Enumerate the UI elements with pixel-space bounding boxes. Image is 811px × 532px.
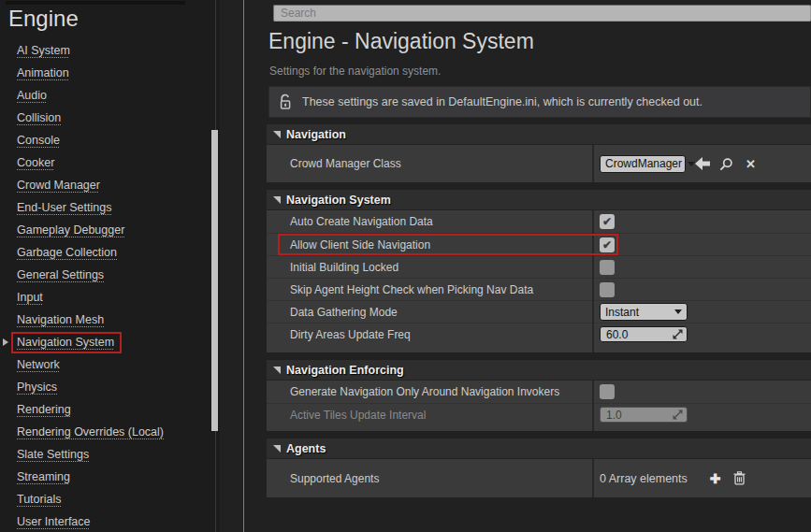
sidebar-item-label[interactable]: Cooker [17, 156, 54, 169]
property-label: Crowd Manager Class [267, 157, 592, 170]
clear-array-button[interactable] [733, 471, 746, 485]
sidebar-item-label[interactable]: Audio [17, 89, 47, 102]
section-header-agents[interactable]: Agents [267, 439, 811, 459]
sidebar-item-slate-settings[interactable]: Slate Settings [0, 443, 220, 466]
browse-asset-button[interactable] [719, 157, 733, 171]
settings-sections: Navigation Crowd Manager Class CrowdMana… [267, 124, 811, 505]
sidebar-item-ai-system[interactable]: AI System [0, 39, 220, 62]
section-header-navigation-enforcing[interactable]: Navigation Enforcing [267, 360, 811, 381]
property-label: Dirty Areas Update Freq [267, 328, 592, 341]
sidebar-item-label[interactable]: End-User Settings [17, 201, 111, 214]
collapse-arrow-icon[interactable] [273, 131, 281, 138]
sidebar-item-label[interactable]: Slate Settings [17, 448, 89, 461]
sidebar-item-collision[interactable]: Collision [0, 107, 220, 129]
sidebar-item-label[interactable]: Navigation System [17, 336, 114, 349]
sidebar-item-general-settings[interactable]: General Settings [0, 264, 220, 286]
sidebar-item-label[interactable]: Network [17, 358, 60, 371]
collapse-arrow-icon[interactable] [273, 196, 281, 204]
section-header-navigation[interactable]: Navigation [267, 124, 811, 145]
initial-building-locked-checkbox[interactable]: ✔ [600, 260, 615, 275]
property-label: Auto Create Navigation Data [267, 215, 592, 228]
collapse-arrow-icon[interactable] [273, 367, 281, 374]
generate-navigation-only-around-invokers-checkbox[interactable]: ✔ [600, 384, 615, 399]
config-file-notice-bar: These settings are saved in DefaultEngin… [268, 86, 811, 118]
unlock-icon [279, 93, 292, 110]
sidebar-nav-list: AI System Animation Audio Collision Cons… [0, 39, 220, 532]
trash-icon [733, 471, 746, 485]
sidebar-item-network[interactable]: Network [0, 353, 220, 376]
sidebar-item-animation[interactable]: Animation [0, 62, 220, 84]
left-arrow-icon [695, 157, 710, 170]
crowd-manager-class-dropdown[interactable]: CrowdManager [600, 155, 686, 173]
settings-sidebar: Engine AI System Animation Audio Collisi… [0, 0, 220, 532]
section-title: Navigation System [286, 194, 391, 207]
clear-icon[interactable]: ✕ [746, 157, 756, 171]
sidebar-item-label[interactable]: AI System [17, 44, 70, 57]
sidebar-top-divider [6, 1, 185, 5]
sidebar-item-label[interactable]: Navigation Mesh [17, 313, 104, 326]
section-title: Navigation Enforcing [286, 364, 404, 377]
sidebar-item-gameplay-debugger[interactable]: Gameplay Debugger [0, 219, 220, 241]
row-auto-create-navigation-data: Auto Create Navigation Data ✔ [267, 210, 811, 233]
property-label: Supported Agents [267, 472, 592, 485]
sidebar-item-rendering-overrides-local[interactable]: Rendering Overrides (Local) [0, 421, 220, 443]
row-data-gathering-mode: Data Gathering Mode Instant [267, 300, 811, 323]
row-allow-client-side-navigation: Allow Client Side Navigation ✔ [267, 233, 811, 255]
sidebar-item-label[interactable]: Crowd Manager [17, 179, 100, 192]
sidebar-item-streaming[interactable]: Streaming [0, 466, 220, 488]
sidebar-item-label[interactable]: Animation [17, 66, 69, 79]
sidebar-scrollbar-thumb[interactable] [211, 130, 218, 431]
selected-item-arrow-icon [3, 338, 8, 346]
row-crowd-manager-class: Crowd Manager Class CrowdManager [267, 145, 811, 182]
collapse-arrow-icon[interactable] [273, 445, 281, 453]
sidebar-item-label[interactable]: Garbage Collection [17, 246, 117, 259]
sidebar-item-rendering[interactable]: Rendering [0, 398, 220, 421]
sidebar-item-user-interface[interactable]: User Interface [0, 510, 220, 532]
chevron-down-icon [674, 309, 682, 314]
sidebar-item-console[interactable]: Console [0, 129, 220, 151]
sidebar-item-label[interactable]: Rendering [17, 403, 71, 416]
sidebar-item-garbage-collection[interactable]: Garbage Collection [0, 241, 220, 264]
auto-create-navigation-data-checkbox[interactable]: ✔ [600, 214, 615, 229]
sidebar-item-tutorials[interactable]: Tutorials [0, 488, 220, 510]
sidebar-item-label[interactable]: Physics [17, 381, 57, 394]
dropdown-value: Instant [605, 306, 639, 319]
number-value: 1.0 [606, 409, 622, 422]
section-navigation: Navigation Crowd Manager Class CrowdMana… [267, 124, 811, 182]
use-selected-asset-button[interactable] [695, 157, 710, 170]
page-title: Engine - Navigation System [268, 29, 534, 54]
sidebar-item-label[interactable]: Streaming [17, 470, 70, 483]
sidebar-item-label[interactable]: Collision [17, 111, 61, 124]
sidebar-item-cooker[interactable]: Cooker [0, 151, 220, 174]
sidebar-item-label[interactable]: User Interface [17, 515, 91, 528]
allow-client-side-navigation-checkbox[interactable]: ✔ [600, 237, 615, 252]
sidebar-item-input[interactable]: Input [0, 286, 220, 309]
property-label: Data Gathering Mode [267, 306, 592, 319]
search-input[interactable] [273, 5, 811, 22]
sidebar-item-physics[interactable]: Physics [0, 376, 220, 398]
selected-item-highlight-box: Navigation System [11, 332, 122, 353]
sidebar-item-label[interactable]: Input [17, 291, 43, 304]
sidebar-item-end-user-settings[interactable]: End-User Settings [0, 196, 220, 219]
sidebar-item-label[interactable]: Rendering Overrides (Local) [17, 425, 164, 439]
row-dirty-areas-update-freq: Dirty Areas Update Freq 60.0 [267, 323, 811, 345]
section-title: Navigation [286, 128, 346, 141]
sidebar-item-label[interactable]: General Settings [17, 268, 104, 281]
notice-text: These settings are saved in DefaultEngin… [302, 95, 702, 108]
sidebar-item-navigation-system[interactable]: Navigation System [0, 331, 220, 353]
skip-agent-height-check-checkbox[interactable]: ✔ [600, 282, 615, 297]
add-element-button[interactable]: ✚ [710, 471, 721, 486]
sidebar-item-label[interactable]: Tutorials [17, 493, 61, 506]
data-gathering-mode-dropdown[interactable]: Instant [600, 303, 688, 321]
section-header-navigation-system[interactable]: Navigation System [267, 190, 811, 210]
sidebar-item-label[interactable]: Gameplay Debugger [17, 223, 124, 237]
chevron-down-icon [688, 162, 695, 166]
sidebar-item-crowd-manager[interactable]: Crowd Manager [0, 174, 220, 196]
sidebar-category-title: Engine [8, 6, 79, 32]
sidebar-item-navigation-mesh[interactable]: Navigation Mesh [0, 309, 220, 331]
row-skip-agent-height-check: Skip Agent Height Check when Picking Nav… [267, 278, 811, 300]
section-navigation-enforcing: Navigation Enforcing Generate Navigation… [267, 360, 811, 431]
dirty-areas-update-freq-input[interactable]: 60.0 [600, 326, 688, 342]
sidebar-item-audio[interactable]: Audio [0, 84, 220, 107]
sidebar-item-label[interactable]: Console [17, 134, 60, 147]
